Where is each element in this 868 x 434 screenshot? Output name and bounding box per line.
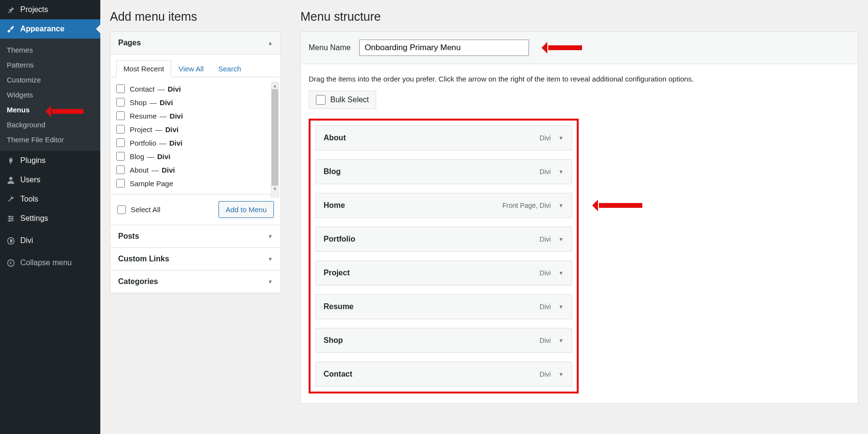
menu-item[interactable]: Project Divi▼	[315, 260, 572, 285]
svg-point-8	[7, 259, 14, 266]
sidebar-item-users[interactable]: Users	[0, 170, 100, 190]
chevron-down-icon[interactable]: ▼	[558, 135, 564, 141]
page-checkbox[interactable]	[116, 111, 125, 120]
page-row[interactable]: Sample Page	[116, 176, 265, 190]
submenu-customize[interactable]: Customize	[0, 72, 100, 87]
bulk-select-toggle[interactable]: Bulk Select	[309, 91, 376, 109]
chevron-down-icon[interactable]: ▼	[558, 304, 564, 310]
svg-point-0	[9, 176, 13, 180]
menu-item[interactable]: Portfolio Divi▼	[315, 227, 572, 252]
menu-item[interactable]: Resume Divi▼	[315, 294, 572, 319]
page-row[interactable]: Blog—Divi	[116, 149, 265, 163]
menu-item[interactable]: Blog Divi▼	[315, 159, 572, 184]
scroll-down-icon[interactable]: ▼	[271, 186, 278, 192]
tab-most-recent[interactable]: Most Recent	[116, 60, 171, 77]
tab-search[interactable]: Search	[211, 60, 248, 77]
circle-d-icon	[6, 236, 15, 245]
sidebar-item-plugins[interactable]: Plugins	[0, 151, 100, 170]
chevron-down-icon[interactable]: ▼	[558, 270, 564, 276]
appearance-submenu: Themes Patterns Customize Widgets Menus …	[0, 39, 100, 151]
custom-links-accordion: Custom Links ▼	[110, 247, 281, 271]
bulk-select-checkbox[interactable]	[316, 95, 326, 105]
select-all-checkbox[interactable]	[117, 205, 126, 214]
menu-item[interactable]: About Divi▼	[315, 125, 572, 150]
scrollbar[interactable]: ▲ ▼	[271, 82, 279, 198]
posts-accordion-head[interactable]: Posts ▼	[110, 225, 281, 247]
categories-accordion-head[interactable]: Categories ▼	[110, 271, 281, 293]
add-to-menu-button[interactable]: Add to Menu	[218, 201, 274, 218]
caret-down-icon: ▼	[268, 256, 273, 262]
tab-view-all[interactable]: View All	[171, 60, 211, 77]
sidebar-item-divi[interactable]: Divi	[0, 231, 100, 250]
sidebar-item-tools[interactable]: Tools	[0, 190, 100, 209]
chevron-down-icon[interactable]: ▼	[558, 169, 564, 175]
chevron-down-icon[interactable]: ▼	[558, 371, 564, 377]
brush-icon	[6, 24, 15, 34]
sidebar-label: Tools	[20, 195, 38, 203]
sliders-icon	[6, 214, 15, 223]
caret-down-icon: ▼	[268, 233, 273, 239]
menu-name-bar: Menu Name	[300, 31, 858, 64]
annotation-arrow-menu-name	[542, 43, 586, 53]
caret-down-icon: ▼	[268, 279, 273, 285]
pages-tabs: Most Recent View All Search	[110, 54, 281, 77]
page-row[interactable]: Portfolio—Divi	[116, 136, 265, 149]
sidebar-label: Users	[20, 176, 41, 184]
scroll-up-icon[interactable]: ▲	[271, 82, 278, 89]
sidebar-item-projects[interactable]: Projects	[0, 0, 100, 19]
submenu-widgets[interactable]: Widgets	[0, 87, 100, 102]
admin-sidebar: Projects Appearance Themes Patterns Cust…	[0, 0, 100, 434]
page-checkbox[interactable]	[116, 98, 125, 107]
collapse-label: Collapse menu	[20, 258, 72, 267]
categories-accordion: Categories ▼	[110, 270, 281, 293]
menu-item[interactable]: Home Front Page, Divi▼	[315, 193, 572, 218]
page-row[interactable]: Shop—Divi	[116, 95, 265, 109]
page-row[interactable]: Contact—Divi	[116, 82, 265, 95]
collapse-menu-button[interactable]: Collapse menu	[0, 253, 100, 272]
page-checkbox[interactable]	[116, 152, 125, 161]
sidebar-label: Plugins	[20, 156, 45, 165]
sidebar-item-appearance[interactable]: Appearance	[0, 19, 100, 39]
svg-rect-2	[8, 218, 14, 219]
caret-up-icon: ▲	[268, 40, 273, 46]
page-row[interactable]: Resume—Divi	[116, 109, 265, 122]
wrench-icon	[6, 194, 15, 204]
page-row[interactable]: About—Divi	[116, 163, 265, 176]
svg-rect-6	[9, 219, 10, 222]
menu-item[interactable]: Shop Divi▼	[315, 328, 572, 353]
instructions-text: Drag the items into the order you prefer…	[309, 75, 850, 83]
chevron-down-icon[interactable]: ▼	[558, 203, 564, 208]
pages-accordion-head[interactable]: Pages ▲	[110, 32, 281, 54]
submenu-patterns[interactable]: Patterns	[0, 57, 100, 72]
page-checkbox[interactable]	[116, 138, 125, 147]
user-icon	[6, 175, 15, 185]
page-checkbox[interactable]	[116, 179, 125, 188]
select-all-row[interactable]: Select All	[117, 205, 161, 214]
annotation-arrow-menu-list	[593, 201, 646, 210]
pages-accordion: Pages ▲ Most Recent View All Search Cont…	[110, 31, 281, 225]
pages-heading: Pages	[118, 39, 141, 47]
menu-item[interactable]: Contact Divi▼	[315, 362, 572, 387]
custom-links-accordion-head[interactable]: Custom Links ▼	[110, 248, 281, 270]
page-checkbox[interactable]	[116, 84, 125, 93]
add-menu-items-title: Add menu items	[110, 0, 281, 31]
scroll-thumb[interactable]	[271, 89, 278, 186]
page-checkbox[interactable]	[116, 165, 125, 174]
menu-name-input[interactable]	[359, 40, 529, 56]
submenu-theme-file-editor[interactable]: Theme File Editor	[0, 132, 100, 147]
sidebar-label: Projects	[20, 5, 48, 14]
page-checkbox[interactable]	[116, 125, 125, 134]
chevron-down-icon[interactable]: ▼	[558, 338, 564, 343]
submenu-background[interactable]: Background	[0, 117, 100, 132]
svg-rect-1	[8, 216, 14, 217]
menu-structure-column: Menu structure Menu Name Drag the items …	[291, 0, 868, 434]
submenu-menus[interactable]: Menus	[0, 102, 100, 117]
menu-items-highlight: About Divi▼ Blog Divi▼ Home Front Page, …	[309, 119, 579, 393]
menu-structure-title: Menu structure	[300, 0, 858, 31]
chevron-down-icon[interactable]: ▼	[558, 236, 564, 242]
sidebar-label: Divi	[20, 236, 33, 245]
sidebar-item-settings[interactable]: Settings	[0, 209, 100, 228]
page-row[interactable]: Project—Divi	[116, 122, 265, 136]
sidebar-label: Appearance	[20, 25, 65, 33]
submenu-themes[interactable]: Themes	[0, 42, 100, 57]
